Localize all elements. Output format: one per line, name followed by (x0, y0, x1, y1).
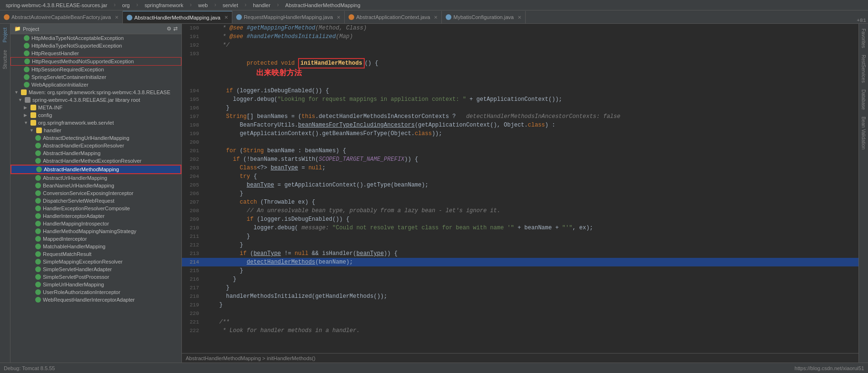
tree-item-dispatcherservlet[interactable]: DispatcherServletWebRequest (10, 197, 181, 205)
code-line-211: 211 } (182, 232, 858, 241)
tab-close2[interactable]: ✕ (337, 15, 340, 20)
tab-abstractapplication[interactable]: AbstractApplicationContext.java ✕ (345, 11, 442, 23)
class-icon (35, 190, 41, 196)
tree-item-simplemapping[interactable]: SimpleMappingExceptionResolver (10, 258, 181, 265)
folder-icon (30, 120, 36, 126)
tree-item-conversionservice[interactable]: ConversionServiceExposingInterceptor (10, 189, 181, 197)
right-tab-restservices[interactable]: RestServices (860, 52, 867, 86)
sidebar-header: 📁 Project ⚙ ⇄ (10, 24, 181, 34)
class-icon (35, 150, 41, 156)
tree-item-config[interactable]: ▶ config (10, 111, 181, 119)
tree-item-requestmatch[interactable]: RequestMatchResult (10, 250, 181, 258)
tree-item-httprequesthandler[interactable]: HttpRequestHandler (10, 49, 181, 57)
code-line-207: 207 catch (Throwable ex) { (182, 198, 858, 206)
sync-icon[interactable]: ⇄ (173, 26, 178, 32)
tree-item-abstractdetecting[interactable]: AbstractDetectingUrlHandlerMapping (10, 134, 181, 142)
top-bar-web[interactable]: web (196, 1, 210, 9)
top-bar-servlet[interactable]: servlet (221, 1, 240, 9)
tree-item-simpleservlethandler[interactable]: SimpleServletHandlerAdapter (10, 265, 181, 273)
breadcrumb: AbstractHandlerMethodMapping > initHandl… (182, 353, 858, 363)
left-tab-structure[interactable]: Structure (1, 46, 9, 73)
bottom-bar: Debug: Tomcat 8.5.55 https://blog.csdn.n… (0, 363, 868, 373)
tree-item-handlermethodmapping[interactable]: HandlerMethodMappingNamingStrategy (10, 227, 181, 235)
main-layout: Project Structure 📁 Project ⚙ ⇄ HttpMedi… (0, 24, 868, 363)
code-line-222: 222 * Look for handler methods in a hand… (182, 326, 858, 335)
tree-item-userrole[interactable]: UserRoleAuthorizationInterceptor (10, 288, 181, 296)
tab-close4[interactable]: ✕ (518, 15, 521, 20)
folder-icon (30, 112, 36, 118)
code-line-212: 212 } (182, 241, 858, 249)
class-icon (35, 266, 41, 272)
tree-item-beannameurl[interactable]: BeanNameUrlHandlerMapping (10, 182, 181, 189)
class-icon (24, 74, 30, 80)
tree-item-httpmediatype-notacceptable[interactable]: HttpMediaTypeNotAcceptableException (10, 34, 181, 42)
project-icon: 📁 (14, 26, 21, 32)
top-bar-handler[interactable]: handler (251, 1, 272, 9)
tree-item-webrequest[interactable]: WebRequestHandlerInterceptorAdapter (10, 296, 181, 304)
top-bar-springframework[interactable]: springframework (143, 1, 185, 9)
tree-item-orgspringframework[interactable]: ▼ org.springframework.web.servlet (10, 119, 181, 127)
class-icon (35, 198, 41, 204)
class-icon (35, 183, 41, 188)
tree-item-handlerexception[interactable]: HandlerExceptionResolverComposite (10, 205, 181, 212)
tab-close[interactable]: ✕ (115, 15, 119, 20)
tab-mybatis[interactable]: MybatisConfiguration.java ✕ (442, 11, 526, 23)
tree-item-abstracthandlerexception[interactable]: AbstractHandlerExceptionResolver (10, 142, 181, 149)
class-icon (35, 274, 41, 280)
tree-item-handler-folder[interactable]: ▼ handler (10, 127, 181, 134)
right-tab-favorites[interactable]: Favorites (860, 26, 867, 51)
tab-requestmapping[interactable]: RequestMappingHandlerMapping.java ✕ (232, 11, 345, 23)
left-tab-project[interactable]: Project (1, 24, 9, 46)
tree-item-matchable[interactable]: MatchableHandlerMapping (10, 243, 181, 250)
tree-item-abstracturlhandler[interactable]: AbstractUrlHandlerMapping (10, 174, 181, 182)
tab-abstractautowire[interactable]: AbstractAutowireCapableBeanFactory.java … (0, 11, 123, 23)
code-line-198: 198 BeanFactoryUtils.beanNamesForTypeInc… (182, 121, 858, 129)
right-panels: Favorites RestServices Database Bean Val… (858, 24, 868, 363)
tree-item-httpmediatype-notsupported[interactable]: HttpMediaTypeNotSupportedException (10, 42, 181, 49)
folder-icon (30, 105, 36, 110)
code-line-209: 209 if (logger.isDebugEnabled()) { (182, 215, 858, 224)
tree-item-abstracthandlermapping[interactable]: AbstractHandlerMapping (10, 149, 181, 157)
tree-item-handlermapping[interactable]: HandlerMappingIntrospector (10, 220, 181, 227)
tree-item-metainf[interactable]: ▶ META-INF (10, 104, 181, 111)
code-line-195: 195 logger.debug("Looking for request ma… (182, 95, 858, 104)
more-tabs-icon[interactable]: +81 (857, 18, 866, 23)
code-line-194: 194 if (logger.isDebugEnabled()) { (182, 87, 858, 95)
tree-item-abstracthandlermethodmapping[interactable]: AbstractHandlerMethodMapping (10, 165, 181, 174)
tree-item-mappedinterceptor[interactable]: MappedInterceptor (10, 235, 181, 243)
tree-item-httpsession[interactable]: HttpSessionRequiredException (10, 66, 181, 73)
code-editor[interactable]: 190 * @see #getMappingForMethod(Method, … (182, 24, 858, 353)
code-line-208: 208 // An unresolvable bean type, probab… (182, 206, 858, 215)
tab-abstracthandler[interactable]: AbstractHandlerMethodMapping.java ✕ (123, 11, 232, 23)
tree-item-springservlet[interactable]: SpringServletContainerInitializer (10, 73, 181, 81)
class-icon (35, 175, 41, 181)
top-bar-jar[interactable]: spring-webmvc-4.3.8.RELEASE-sources.jar (4, 1, 109, 9)
code-line-197: 197 String[] beanNames = (this.detectHan… (182, 112, 858, 121)
tree-item-webapplication[interactable]: WebApplicationInitializer (10, 81, 181, 88)
tab-close-active[interactable]: ✕ (224, 15, 228, 20)
tab-icon-orange (4, 14, 10, 20)
top-bar-org[interactable]: org (120, 1, 132, 9)
code-line-218: 218 handlerMethodsInitialized(getHandler… (182, 292, 858, 301)
tree-item-httprequestmethod[interactable]: HttpRequestMethodNotSupportedException (10, 57, 181, 66)
expand-icon: ▼ (14, 90, 19, 95)
class-icon (36, 167, 42, 172)
code-line-216: 216 } (182, 275, 858, 284)
tree-item-abstracthandlermethodexception[interactable]: AbstractHandlerMethodExceptionResolver (10, 157, 181, 165)
tree-item-simpleservletpost[interactable]: SimpleServletPostProcessor (10, 273, 181, 281)
blog-url: https://blog.csdn.net/xiaorui51 (795, 365, 864, 371)
code-line-213: 213 if (beanType != null && isHandler(be… (182, 249, 858, 258)
tree-item-handlerinterceptor[interactable]: HandlerInterceptorAdapter (10, 212, 181, 220)
settings-icon[interactable]: ⚙ (167, 26, 171, 32)
code-line-215: 215 } (182, 266, 858, 275)
tab-close3[interactable]: ✕ (434, 15, 438, 20)
right-tab-beanvalidation[interactable]: Bean Validation (860, 114, 867, 152)
expand-icon: ▶ (24, 113, 29, 118)
code-line-196: 196 } (182, 104, 858, 112)
right-tab-database[interactable]: Database (860, 87, 867, 113)
tree-item-simpleurlhandler[interactable]: SimpleUrlHandlerMapping (10, 281, 181, 288)
code-line-199: 199 getApplicationContext().getBeanNames… (182, 129, 858, 138)
tree-item-maven[interactable]: ▼ Maven: org.springframework:spring-webm… (10, 88, 181, 96)
tree-item-jar[interactable]: ▼ spring-webmvc-4.3.8.RELEASE.jar librar… (10, 96, 181, 104)
top-bar-class[interactable]: AbstractHandlerMethodMapping (283, 1, 362, 9)
